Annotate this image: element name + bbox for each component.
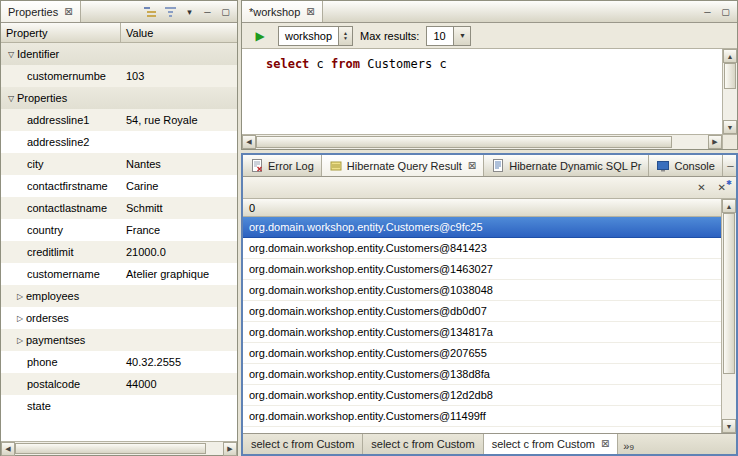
result-row[interactable]: org.domain.workshop.entity.Customers@114…: [243, 406, 721, 427]
editor-vscrollbar[interactable]: ▲ ▼: [722, 49, 737, 134]
query-page-tab-2[interactable]: select c from Custom: [363, 434, 483, 454]
property-category-row[interactable]: ▽Properties: [1, 87, 237, 109]
property-row[interactable]: addressline2: [1, 131, 237, 153]
expander-expanded-icon[interactable]: ▽: [5, 94, 17, 103]
result-rows: org.domain.workshop.entity.Customers@c9f…: [243, 217, 721, 433]
property-value: 103: [121, 70, 237, 82]
result-row[interactable]: org.domain.workshop.entity.Customers@12d…: [243, 385, 721, 406]
property-name: customernumbe: [1, 70, 121, 82]
property-row[interactable]: creditlimit21000.0: [1, 241, 237, 263]
code-line: select c from Customers c: [266, 57, 722, 71]
show-categories-icon[interactable]: [142, 4, 159, 20]
scroll-down-icon[interactable]: ▼: [723, 120, 737, 134]
spinner-icon[interactable]: ▲ ▼: [338, 27, 352, 45]
scrollbar-thumb[interactable]: [724, 63, 736, 89]
result-row[interactable]: org.domain.workshop.entity.Customers@103…: [243, 280, 721, 301]
scroll-down-icon[interactable]: ▼: [722, 419, 736, 433]
result-row[interactable]: org.domain.workshop.entity.Customers@c9f…: [243, 217, 721, 238]
property-row[interactable]: state: [1, 395, 237, 417]
property-name: state: [1, 400, 121, 412]
property-row[interactable]: ▷paymentses: [1, 329, 237, 351]
remove-all-results-icon[interactable]: ✕ ✱: [718, 183, 726, 193]
minimize-icon[interactable]: ─: [723, 159, 738, 173]
scroll-left-icon[interactable]: ◀: [242, 135, 256, 149]
tab-properties[interactable]: Properties ⊠: [1, 1, 81, 22]
property-label: contactfirstname: [27, 180, 108, 192]
expander-collapsed-icon[interactable]: ▷: [14, 336, 26, 345]
property-row[interactable]: addressline154, rue Royale: [1, 109, 237, 131]
scrollbar-thumb[interactable]: [15, 443, 206, 454]
tab-hibernate-query-result[interactable]: Hibernate Query Result ⊠: [322, 155, 484, 176]
show-advanced-properties-icon[interactable]: [162, 4, 179, 20]
minimize-icon[interactable]: ─: [700, 5, 715, 19]
close-icon[interactable]: ⊠: [601, 439, 609, 449]
editor-hscrollbar[interactable]: ◀ ▶: [242, 135, 722, 149]
properties-hscrollbar[interactable]: ◀ ▶: [1, 441, 237, 455]
tab-console[interactable]: Console: [649, 155, 722, 176]
close-icon[interactable]: ⊠: [468, 161, 476, 171]
scroll-right-icon[interactable]: ▶: [708, 135, 722, 149]
expander-collapsed-icon[interactable]: ▷: [14, 292, 26, 301]
column-header-property[interactable]: Property: [1, 23, 121, 42]
more-tabs-chevron[interactable]: » 9: [618, 434, 640, 454]
view-menu-icon[interactable]: ▾: [182, 5, 197, 19]
result-row[interactable]: org.domain.workshop.entity.Customers@138…: [243, 364, 721, 385]
property-name: phone: [1, 356, 121, 368]
query-editor[interactable]: select c from Customers c: [242, 49, 722, 134]
result-row[interactable]: org.domain.workshop.entity.Customers@134…: [243, 322, 721, 343]
property-row[interactable]: contactfirstnameCarine: [1, 175, 237, 197]
expander-collapsed-icon[interactable]: ▷: [14, 314, 26, 323]
configuration-combo[interactable]: workshop ▲ ▼: [278, 26, 353, 46]
properties-view: Properties ⊠ ▾ ─ ▢ Property Value ▽Ident…: [0, 0, 238, 456]
result-row[interactable]: org.domain.workshop.entity.Customers@841…: [243, 238, 721, 259]
scroll-up-icon[interactable]: ▲: [722, 199, 736, 213]
scroll-left-icon[interactable]: ◀: [1, 442, 15, 456]
column-header-value[interactable]: Value: [121, 23, 237, 42]
tab-label: Properties: [8, 6, 58, 18]
maximize-icon[interactable]: ▢: [718, 5, 733, 19]
tab-error-log[interactable]: Error Log: [243, 155, 322, 176]
property-row[interactable]: cityNantes: [1, 153, 237, 175]
remove-result-icon[interactable]: ✕: [697, 183, 705, 193]
scrollbar-track: [256, 135, 708, 149]
tab-label: Hibernate Dynamic SQL Pr: [509, 160, 641, 172]
property-row[interactable]: contactlastnameSchmitt: [1, 197, 237, 219]
property-row[interactable]: customernameAtelier graphique: [1, 263, 237, 285]
property-row[interactable]: postalcode44000: [1, 373, 237, 395]
property-row[interactable]: customernumbe103: [1, 65, 237, 87]
property-row[interactable]: ▷orderses: [1, 307, 237, 329]
result-row[interactable]: org.domain.workshop.entity.Customers@146…: [243, 259, 721, 280]
property-name: customername: [1, 268, 121, 280]
max-results-combo[interactable]: 10 ▼: [426, 26, 471, 46]
close-icon[interactable]: ⊠: [64, 7, 72, 17]
property-row[interactable]: ▷employees: [1, 285, 237, 307]
scrollbar-thumb[interactable]: [723, 213, 735, 374]
result-row[interactable]: org.domain.workshop.entity.Customers@db0…: [243, 301, 721, 322]
results-column-header[interactable]: 0: [243, 199, 721, 217]
property-row[interactable]: countryFrance: [1, 219, 237, 241]
tab-label: Hibernate Query Result: [347, 160, 462, 172]
property-label: Properties: [17, 92, 67, 104]
query-page-tab-1[interactable]: select c from Custom: [243, 434, 363, 454]
property-row[interactable]: phone40.32.2555: [1, 351, 237, 373]
scroll-right-icon[interactable]: ▶: [223, 442, 237, 456]
query-page-tab-3[interactable]: select c from Custom ⊠: [484, 434, 619, 454]
scrollbar-thumb[interactable]: [256, 136, 672, 148]
result-row[interactable]: org.domain.workshop.entity.Customers@207…: [243, 343, 721, 364]
tab-workshop-editor[interactable]: *workshop ⊠: [242, 1, 323, 22]
minimize-icon[interactable]: ─: [200, 5, 215, 19]
results-vscrollbar[interactable]: ▲ ▼: [721, 199, 736, 433]
chevron-down-icon[interactable]: ▼: [453, 27, 470, 45]
code-text: Customers c: [360, 57, 447, 71]
expander-expanded-icon[interactable]: ▽: [5, 50, 17, 59]
property-value: France: [121, 224, 237, 236]
eclipse-workbench: Properties ⊠ ▾ ─ ▢ Property Value ▽Ident…: [0, 0, 738, 456]
run-query-button[interactable]: ▶: [249, 26, 271, 46]
scrollbar-track: [723, 63, 737, 120]
tab-hibernate-dynamic-sql[interactable]: Hibernate Dynamic SQL Pr: [484, 155, 649, 176]
maximize-icon[interactable]: ▢: [218, 5, 233, 19]
scroll-up-icon[interactable]: ▲: [723, 49, 737, 63]
property-category-row[interactable]: ▽Identifier: [1, 43, 237, 65]
close-icon[interactable]: ⊠: [306, 7, 314, 17]
configuration-value: workshop: [279, 27, 338, 45]
